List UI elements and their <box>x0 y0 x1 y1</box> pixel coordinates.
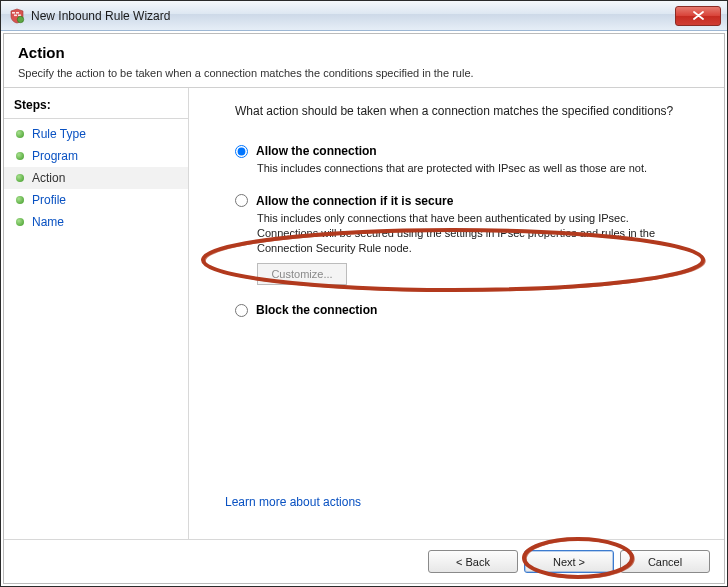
learn-more-link[interactable]: Learn more about actions <box>225 495 702 509</box>
option-allow-secure: Allow the connection if it is secure Thi… <box>235 194 702 286</box>
next-button[interactable]: Next > <box>524 550 614 573</box>
bullet-icon <box>16 130 24 138</box>
wizard-header: Action Specify the action to be taken wh… <box>4 34 724 88</box>
option-block-label: Block the connection <box>256 303 377 317</box>
close-button[interactable] <box>675 6 721 26</box>
option-secure-desc: This includes only connections that have… <box>257 211 687 256</box>
step-rule-type[interactable]: Rule Type <box>4 123 188 145</box>
step-label: Profile <box>32 193 66 207</box>
bullet-icon <box>16 196 24 204</box>
close-icon <box>693 11 704 20</box>
firewall-app-icon <box>9 8 25 24</box>
steps-sidebar: Steps: Rule Type Program Action Profile <box>4 88 189 539</box>
window-title: New Inbound Rule Wizard <box>31 9 675 23</box>
bullet-icon <box>16 152 24 160</box>
step-label: Rule Type <box>32 127 86 141</box>
steps-heading: Steps: <box>4 94 188 119</box>
svg-rect-1 <box>16 12 19 14</box>
main-panel: What action should be taken when a conne… <box>189 88 724 539</box>
option-allow: Allow the connection This includes conne… <box>235 144 702 176</box>
page-title: Action <box>18 44 710 61</box>
step-profile[interactable]: Profile <box>4 189 188 211</box>
option-allow-desc: This includes connections that are prote… <box>257 161 687 176</box>
titlebar: New Inbound Rule Wizard <box>1 1 727 31</box>
page-subtitle: Specify the action to be taken when a co… <box>18 67 710 79</box>
svg-rect-2 <box>14 14 17 16</box>
bullet-icon <box>16 218 24 226</box>
bullet-icon <box>16 174 24 182</box>
step-name[interactable]: Name <box>4 211 188 233</box>
option-secure-label: Allow the connection if it is secure <box>256 194 453 208</box>
wizard-button-row: < Back Next > Cancel <box>4 539 724 583</box>
radio-block[interactable] <box>235 304 248 317</box>
radio-allow-secure[interactable] <box>235 194 248 207</box>
option-block: Block the connection <box>235 303 702 320</box>
wizard-window: New Inbound Rule Wizard Action Specify t… <box>0 0 728 587</box>
step-label: Name <box>32 215 64 229</box>
question-text: What action should be taken when a conne… <box>235 104 702 118</box>
option-allow-label: Allow the connection <box>256 144 377 158</box>
wizard-body: Action Specify the action to be taken wh… <box>3 33 725 584</box>
customize-button: Customize... <box>257 263 347 285</box>
wizard-content: Steps: Rule Type Program Action Profile <box>4 88 724 539</box>
svg-rect-3 <box>18 14 21 16</box>
cancel-button[interactable]: Cancel <box>620 550 710 573</box>
step-label: Action <box>32 171 65 185</box>
back-button[interactable]: < Back <box>428 550 518 573</box>
radio-allow[interactable] <box>235 145 248 158</box>
svg-point-4 <box>17 16 23 22</box>
step-program[interactable]: Program <box>4 145 188 167</box>
svg-rect-0 <box>12 12 15 14</box>
step-label: Program <box>32 149 78 163</box>
step-action[interactable]: Action <box>4 167 188 189</box>
